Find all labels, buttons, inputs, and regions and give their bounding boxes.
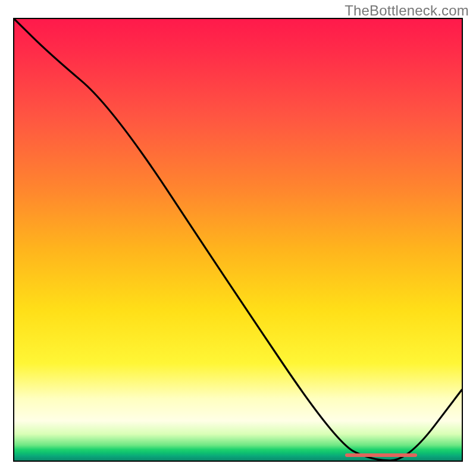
- bottleneck-curve: [14, 19, 462, 461]
- plot-area: [13, 18, 463, 462]
- chart-container: TheBottleneck.com: [0, 0, 476, 476]
- watermark-text: TheBottleneck.com: [345, 2, 469, 19]
- valley-marker: [345, 453, 416, 457]
